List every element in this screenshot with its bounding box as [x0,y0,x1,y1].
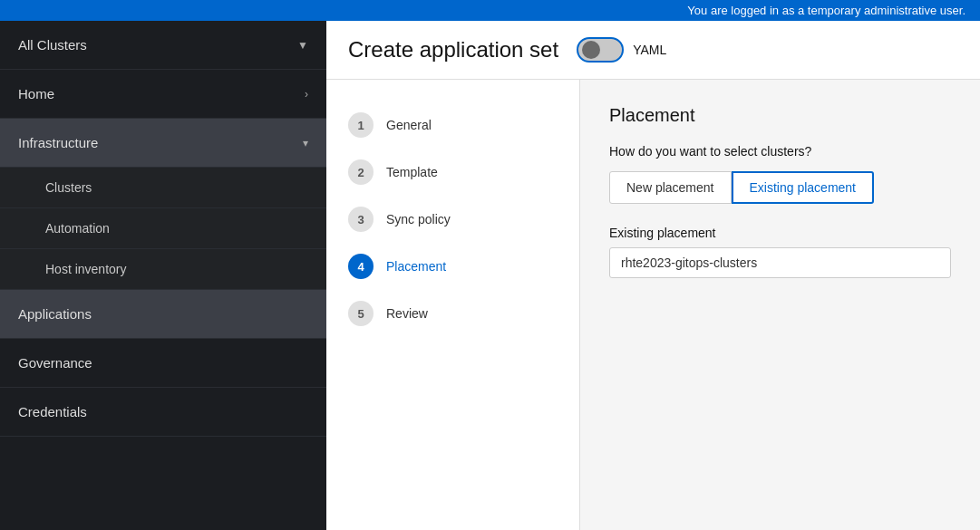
step-3[interactable]: 3 Sync policy [326,196,579,243]
yaml-toggle-wrapper: YAML [577,37,666,63]
step-4[interactable]: 4 Placement [326,243,579,290]
new-placement-button[interactable]: New placement [609,171,732,204]
sidebar-item-governance-label: Governance [18,355,92,371]
step-1-circle: 1 [348,112,374,138]
sidebar-item-infrastructure[interactable]: Infrastructure ▾ [0,119,326,168]
sidebar: All Clusters ▼ Home › Infrastructure ▾ C… [0,21,326,530]
sidebar-item-applications[interactable]: Applications [0,290,326,339]
sidebar-item-host-inventory[interactable]: Host inventory [0,249,326,290]
existing-placement-input[interactable] [609,247,951,278]
step-2[interactable]: 2 Template [326,149,579,196]
sidebar-item-home-label: Home [18,86,54,101]
page-title: Create application set [348,37,558,63]
sidebar-item-home[interactable]: Home › [0,70,326,119]
step-5-label: Review [386,306,428,321]
step-1-label: General [386,118,432,132]
form-panel: Placement How do you want to select clus… [580,80,980,530]
cluster-selection-question: How do you want to select clusters? [609,144,951,159]
steps-panel: 1 General 2 Template 3 Sync policy [326,80,580,530]
chevron-right-icon: › [305,88,308,101]
cluster-selector[interactable]: All Clusters ▼ [0,21,326,70]
step-5-circle: 5 [348,301,374,326]
existing-placement-button[interactable]: Existing placement [732,171,875,204]
chevron-down-icon: ▼ [297,39,308,52]
sidebar-item-automation[interactable]: Automation [0,208,326,249]
sidebar-item-credentials-label: Credentials [18,404,87,419]
page-header: Create application set YAML [326,21,980,80]
sidebar-item-applications-label: Applications [18,306,92,322]
chevron-down-icon: ▾ [303,137,308,149]
step-2-circle: 2 [348,159,374,185]
step-3-circle: 3 [348,207,374,232]
step-3-label: Sync policy [386,212,451,226]
step-4-label: Placement [386,259,446,274]
content-area: Create application set YAML 1 General [326,21,980,530]
step-5[interactable]: 5 Review [326,290,579,337]
yaml-toggle[interactable] [577,37,624,63]
wizard: 1 General 2 Template 3 Sync policy [326,80,980,530]
sidebar-item-clusters[interactable]: Clusters [0,168,326,208]
sidebar-item-infrastructure-label: Infrastructure [18,135,98,150]
infrastructure-subitems: Clusters Automation Host inventory [0,168,326,290]
step-4-circle: 4 [348,254,374,279]
placement-section-title: Placement [609,105,951,126]
banner-text: You are logged in as a temporary adminis… [687,4,965,17]
toggle-knob [582,41,600,59]
step-1[interactable]: 1 General [326,101,579,149]
yaml-toggle-label: YAML [633,43,666,57]
cluster-selector-label: All Clusters [18,37,87,53]
existing-placement-label: Existing placement [609,226,951,240]
sidebar-item-credentials[interactable]: Credentials [0,388,326,437]
sidebar-item-governance[interactable]: Governance [0,339,326,388]
step-2-label: Template [386,165,438,179]
placement-options: New placement Existing placement [609,171,951,204]
